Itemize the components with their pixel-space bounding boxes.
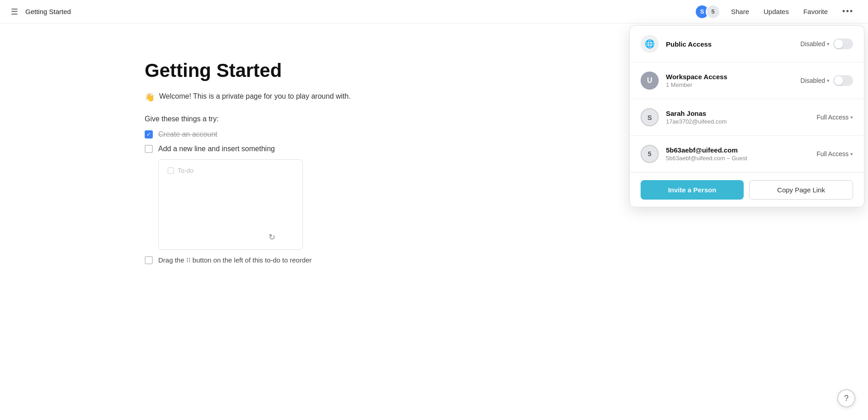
cursor-icon: ↻ [269,232,275,242]
member1-row: S Sarah Jonas 17ae3702@uifeed.com Full A… [630,99,864,136]
member2-access-label: Full Access [816,150,849,158]
topbar: ☰ Getting Started S 5 Share Updates Favo… [0,0,868,24]
member2-access-controls: Full Access ▾ [816,150,853,158]
todo-text-1: Create an account [158,130,217,138]
checkbox-drag[interactable] [145,256,153,264]
workspace-access-chevron: ▾ [827,78,830,84]
member2-row: 5 5b63aebf@uifeed.com 5b63aebf@uifeed.co… [630,136,864,172]
avatar-group[interactable]: S 5 [695,5,720,19]
copy-page-link-button[interactable]: Copy Page Link [749,180,853,200]
workspace-access-row: U Workspace Access 1 Member Disabled ▾ [630,62,864,99]
welcome-text: Welcome! This is a private page for you … [159,92,351,100]
member2-email: 5b63aebf@uifeed.com – Guest [666,155,809,162]
member1-avatar: S [641,108,659,126]
topbar-right: S 5 Share Updates Favorite ••• [695,5,857,19]
member1-email: 17ae3702@uifeed.com [666,118,809,125]
panel-buttons: Invite a Person Copy Page Link [630,172,864,207]
public-access-controls: Disabled ▾ [801,38,853,49]
member2-info: 5b63aebf@uifeed.com 5b63aebf@uifeed.com … [666,146,809,162]
workspace-access-info: Workspace Access 1 Member [666,73,793,88]
todo-text-2: Add a new line and insert something [158,145,275,153]
public-access-dropdown[interactable]: Disabled ▾ [801,40,830,48]
public-access-status: Disabled [801,40,825,48]
share-button[interactable]: Share [727,6,753,17]
member2-name: 5b63aebf@uifeed.com [666,146,809,154]
public-access-toggle[interactable] [833,38,853,49]
page-title-top: Getting Started [25,8,71,15]
share-panel: 🌐 Public Access Disabled ▾ U Workspace A… [629,25,864,207]
workspace-access-dropdown[interactable]: Disabled ▾ [801,77,830,84]
public-access-row: 🌐 Public Access Disabled ▾ [630,26,864,62]
member2-avatar: 5 [641,145,659,163]
public-access-title: Public Access [666,40,793,48]
public-access-info: Public Access [666,40,793,48]
updates-button[interactable]: Updates [760,6,793,17]
welcome-emoji: 👋 [145,92,155,102]
drag-hint-item: Drag the ⁝⁝ button on the left of this t… [145,256,723,264]
member1-access-label: Full Access [816,114,849,121]
help-button[interactable]: ? [837,389,855,407]
workspace-access-toggle-knob [834,76,843,85]
public-access-chevron: ▾ [827,41,830,47]
todo-block-checkbox [168,167,174,174]
todo-block[interactable]: To-do ↻ [158,159,303,250]
workspace-access-subtitle: 1 Member [666,81,793,88]
workspace-access-controls: Disabled ▾ [801,75,853,86]
public-access-toggle-knob [834,39,843,48]
topbar-left: ☰ Getting Started [11,7,71,17]
workspace-access-title: Workspace Access [666,73,793,81]
more-button[interactable]: ••• [839,5,857,18]
member1-name: Sarah Jonas [666,110,809,117]
todo-block-inner: To-do [168,167,293,174]
member1-info: Sarah Jonas 17ae3702@uifeed.com [666,110,809,125]
member1-access-controls: Full Access ▾ [816,114,853,121]
drag-hint-text: Drag the ⁝⁝ button on the left of this t… [158,256,311,264]
member1-access-dropdown[interactable]: Full Access ▾ [816,114,853,121]
workspace-icon: U [641,72,659,90]
favorite-button[interactable]: Favorite [800,6,831,17]
member2-access-dropdown[interactable]: Full Access ▾ [816,150,853,158]
avatar-count: 5 [706,5,720,19]
checkbox-2[interactable] [145,145,153,153]
workspace-access-status: Disabled [801,77,825,84]
hamburger-icon[interactable]: ☰ [11,7,18,17]
member2-chevron: ▾ [850,151,853,157]
checkbox-1[interactable]: ✓ [145,130,153,138]
globe-icon: 🌐 [641,35,659,53]
workspace-access-toggle[interactable] [833,75,853,86]
todo-block-placeholder: To-do [178,167,193,174]
invite-person-button[interactable]: Invite a Person [641,180,744,200]
member1-chevron: ▾ [850,115,853,120]
